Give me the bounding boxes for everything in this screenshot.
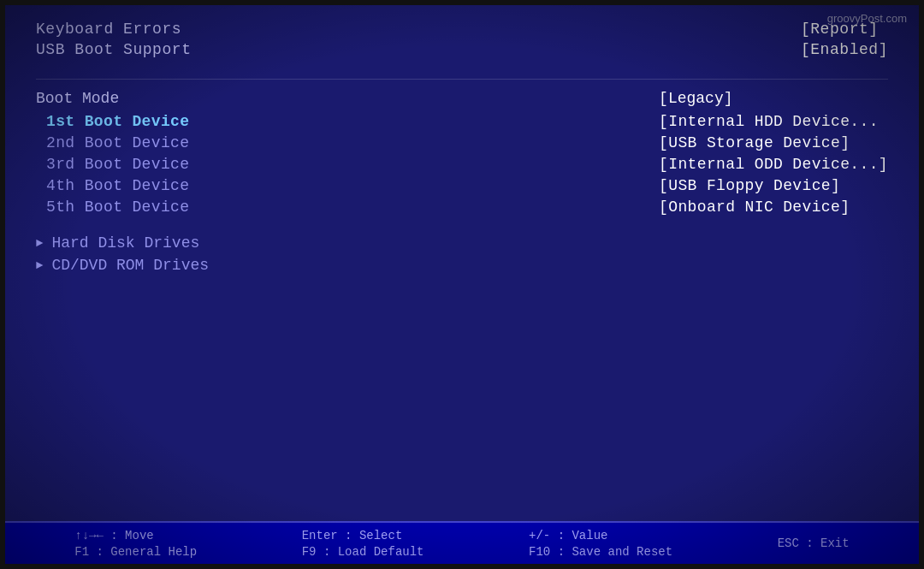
boot-left: Boot Mode 1st Boot Device 2nd Boot Devic… bbox=[36, 90, 189, 216]
footer-col-move: ↑↓→← : Move F1 : General Help bbox=[74, 529, 197, 559]
footer-move: ↑↓→← : Move bbox=[74, 529, 153, 542]
footer-esc: ESC : Exit bbox=[778, 536, 850, 550]
usb-boot-support-value: [Enabled] bbox=[801, 41, 888, 58]
usb-boot-support-label: USB Boot Support bbox=[36, 41, 191, 58]
top-right: [Report] [Enabled] bbox=[801, 21, 888, 58]
footer-col-esc: ESC : Exit bbox=[778, 536, 850, 550]
footer-enter: Enter : Select bbox=[302, 529, 403, 542]
footer-value-key: +/- : Value bbox=[529, 529, 607, 542]
footer-move-key: ↑↓→← : Move bbox=[74, 529, 153, 542]
boot-device-4[interactable]: 4th Boot Device bbox=[36, 177, 189, 194]
divider bbox=[36, 79, 888, 80]
footer-bar: ↑↓→← : Move F1 : General Help Enter : Se… bbox=[5, 521, 919, 564]
boot-section: Boot Mode 1st Boot Device 2nd Boot Devic… bbox=[36, 90, 888, 216]
boot-right: [Legacy] [Internal HDD Device... [USB St… bbox=[659, 90, 888, 216]
submenu-section: ► Hard Disk Drives ► CD/DVD ROM Drives bbox=[36, 234, 888, 274]
submenu-hard-disk[interactable]: ► Hard Disk Drives bbox=[36, 234, 888, 252]
boot-value-2: [USB Storage Device] bbox=[659, 134, 888, 151]
boot-value-5: [Onboard NIC Device] bbox=[659, 199, 888, 216]
footer-col-value: +/- : Value F10 : Save and Reset bbox=[529, 529, 672, 559]
top-section: Keyboard Errors USB Boot Support [Report… bbox=[36, 21, 888, 58]
boot-value-1: [Internal HDD Device... bbox=[659, 113, 888, 130]
footer-save: F10 : Save and Reset bbox=[529, 545, 672, 559]
boot-device-2[interactable]: 2nd Boot Device bbox=[36, 134, 189, 151]
footer-help: F1 : General Help bbox=[74, 545, 197, 559]
watermark: groovyPost.com bbox=[827, 12, 907, 25]
boot-device-5[interactable]: 5th Boot Device bbox=[36, 199, 189, 216]
boot-device-3[interactable]: 3rd Boot Device bbox=[36, 156, 189, 173]
hard-disk-drives-label: Hard Disk Drives bbox=[51, 234, 199, 252]
top-left: Keyboard Errors USB Boot Support bbox=[36, 21, 191, 58]
arrow-icon-2: ► bbox=[36, 258, 43, 272]
footer-save-key: F10 : Save and Reset bbox=[529, 545, 672, 559]
boot-device-1[interactable]: 1st Boot Device bbox=[36, 113, 189, 130]
boot-mode-label: Boot Mode bbox=[36, 90, 189, 107]
footer-value: +/- : Value bbox=[529, 529, 607, 542]
keyboard-errors-label: Keyboard Errors bbox=[36, 21, 191, 38]
footer-default-key: F9 : Load Default bbox=[302, 545, 424, 559]
main-content: Keyboard Errors USB Boot Support [Report… bbox=[5, 5, 919, 521]
footer-help-key: F1 : General Help bbox=[74, 545, 197, 559]
submenu-cdrom[interactable]: ► CD/DVD ROM Drives bbox=[36, 257, 888, 274]
boot-mode-value: [Legacy] bbox=[659, 90, 888, 107]
bios-screen: groovyPost.com Keyboard Errors USB Boot … bbox=[0, 0, 924, 569]
footer-esc-key: ESC : Exit bbox=[778, 536, 850, 550]
footer-col-enter: Enter : Select F9 : Load Default bbox=[302, 529, 424, 559]
cdrom-drives-label: CD/DVD ROM Drives bbox=[51, 257, 209, 274]
boot-value-4: [USB Floppy Device] bbox=[659, 177, 888, 194]
boot-value-3: [Internal ODD Device...] bbox=[659, 156, 888, 173]
footer-enter-key: Enter : Select bbox=[302, 529, 403, 542]
footer-default: F9 : Load Default bbox=[302, 545, 424, 559]
arrow-icon-1: ► bbox=[36, 236, 43, 250]
